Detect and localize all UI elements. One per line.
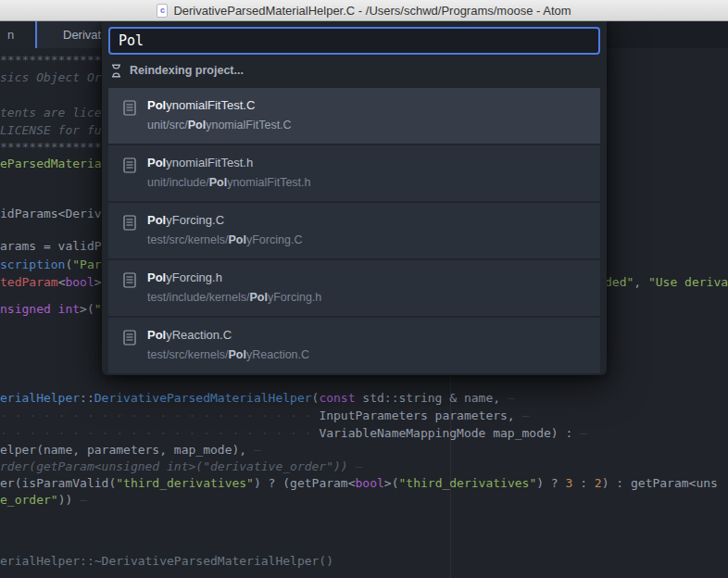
result-text: PolynomialFitTest.C unit/src/PolynomialF… [147, 98, 292, 132]
result-filepath: test/include/kernels/PolyForcing.h [147, 291, 321, 304]
code-line: eParsedMateria [0, 155, 102, 172]
window-title: DerivativeParsedMaterialHelper.C - /User… [173, 4, 571, 18]
reindex-status: Reindexing project... [111, 62, 600, 79]
file-icon [123, 272, 136, 288]
file-icon [123, 157, 136, 173]
code-line: tedParam<bool> [0, 273, 102, 291]
result-filepath: test/src/kernels/PolyForcing.C [147, 233, 302, 246]
app-window: ********************sics Object Ortents … [0, 0, 728, 578]
result-filepath: test/src/kernels/PolyReaction.C [147, 348, 309, 361]
result-text: PolynomialFitTest.h unit/include/Polynom… [147, 156, 310, 189]
code-line: LICENSE for fu [0, 121, 102, 139]
tab-label: n [7, 28, 14, 42]
result-item[interactable]: PolyForcing.C test/src/kernels/PolyForci… [108, 203, 600, 258]
file-icon [123, 215, 136, 231]
result-filename: PolyForcing.h [147, 270, 321, 284]
code-line: elper(name, parameters, map_mode), – [0, 441, 261, 459]
result-item[interactable]: PolyReaction.C test/src/kernels/PolyReac… [108, 318, 600, 373]
code-line: scription("Par [0, 256, 102, 273]
code-line: arams = validP [0, 237, 102, 255]
code-line: nsigned int>(" [0, 300, 102, 318]
code-line: e_order")) – [0, 491, 87, 509]
result-text: PolyForcing.h test/include/kernels/PolyF… [147, 270, 321, 304]
code-line: tents are lice [0, 104, 102, 121]
search-input[interactable] [108, 27, 600, 55]
title-bar: c DerivativeParsedMaterialHelper.C - /Us… [0, 0, 728, 21]
result-text: PolyReaction.C test/src/kernels/PolyReac… [147, 328, 309, 361]
code-line: erialHelper::DerivativeParsedMaterialHel… [0, 389, 515, 407]
tab-truncated[interactable]: n [0, 20, 35, 48]
code-line: ded", "Use deriva [605, 273, 728, 291]
result-item[interactable]: PolynomialFitTest.h unit/include/Polynom… [108, 145, 600, 201]
tab-label: Derivat [63, 28, 101, 42]
result-item[interactable]: PolynomialFitTest.C unit/src/PolynomialF… [108, 88, 600, 144]
result-filename: PolynomialFitTest.C [147, 98, 292, 112]
result-filepath: unit/include/PolynomialFitTest.h [147, 176, 310, 189]
result-item[interactable]: PolyForcing.h test/include/kernels/PolyF… [108, 260, 600, 316]
results-list: PolynomialFitTest.C unit/src/PolynomialF… [108, 88, 600, 373]
code-line: erialHelper::~DerivativeParsedMaterialHe… [0, 552, 333, 570]
result-filepath: unit/src/PolynomialFitTest.C [147, 119, 292, 132]
fuzzy-finder-dialog: Reindexing project... PolynomialFitTest.… [102, 20, 607, 375]
code-line: er(isParamValid("third_derivatives") ? (… [0, 474, 718, 492]
code-line: · · · · · · · · · · · · · · · · · · · · … [0, 407, 529, 424]
hourglass-icon [111, 64, 121, 78]
code-line: idParams<Deriv [0, 205, 102, 222]
code-line: sics Object Or [0, 69, 102, 86]
file-icon [123, 330, 136, 346]
result-filename: PolynomialFitTest.h [147, 156, 310, 170]
c-file-icon: c [157, 4, 168, 18]
file-icon [123, 100, 136, 116]
result-filename: PolyForcing.C [147, 213, 302, 227]
code-line: · · · · · · · · · · · · · · · · · · · · … [0, 424, 587, 442]
reindex-status-label: Reindexing project... [130, 64, 244, 77]
code-line: rder(getParam<unsigned int>("derivative_… [0, 458, 362, 475]
result-text: PolyForcing.C test/src/kernels/PolyForci… [147, 213, 302, 246]
result-filename: PolyReaction.C [147, 328, 309, 342]
